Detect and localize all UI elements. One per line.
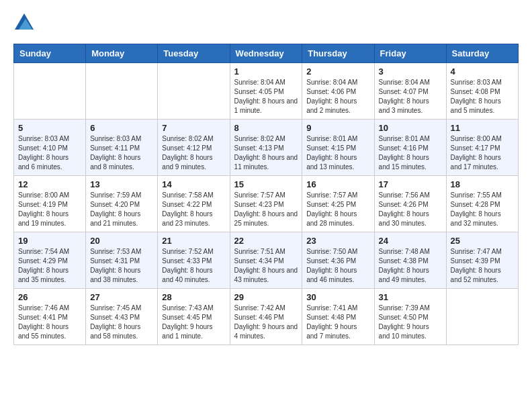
- calendar-week-row: 19Sunrise: 7:54 AM Sunset: 4:29 PM Dayli…: [14, 232, 519, 289]
- calendar-cell: 8Sunrise: 8:02 AM Sunset: 4:13 PM Daylig…: [230, 120, 302, 176]
- day-number: 29: [234, 292, 298, 302]
- day-number: 12: [18, 179, 81, 189]
- calendar-table: SundayMondayTuesdayWednesdayThursdayFrid…: [13, 44, 519, 345]
- day-number: 14: [162, 179, 225, 189]
- calendar-header-monday: Monday: [86, 44, 158, 63]
- logo-icon: [15, 13, 34, 30]
- calendar-week-row: 26Sunrise: 7:46 AM Sunset: 4:41 PM Dayli…: [14, 289, 519, 345]
- calendar-cell: 22Sunrise: 7:51 AM Sunset: 4:34 PM Dayli…: [230, 232, 302, 289]
- day-number: 5: [18, 123, 81, 133]
- day-number: 2: [306, 66, 369, 77]
- calendar-cell: 31Sunrise: 7:39 AM Sunset: 4:50 PM Dayli…: [374, 289, 446, 345]
- day-number: 15: [234, 179, 298, 189]
- day-info: Sunrise: 8:02 AM Sunset: 4:13 PM Dayligh…: [234, 134, 298, 172]
- day-info: Sunrise: 8:03 AM Sunset: 4:08 PM Dayligh…: [451, 78, 514, 116]
- day-info: Sunrise: 8:03 AM Sunset: 4:11 PM Dayligh…: [90, 134, 153, 172]
- day-info: Sunrise: 7:55 AM Sunset: 4:28 PM Dayligh…: [451, 191, 514, 228]
- calendar-cell: 24Sunrise: 7:48 AM Sunset: 4:38 PM Dayli…: [374, 232, 446, 289]
- day-number: 24: [379, 236, 442, 246]
- day-number: 3: [379, 66, 442, 77]
- calendar-header-wednesday: Wednesday: [230, 44, 302, 63]
- day-info: Sunrise: 7:53 AM Sunset: 4:31 PM Dayligh…: [90, 247, 153, 285]
- page-header: [13, 13, 519, 33]
- day-number: 31: [379, 292, 442, 302]
- day-info: Sunrise: 7:56 AM Sunset: 4:26 PM Dayligh…: [379, 191, 442, 228]
- day-number: 13: [90, 179, 153, 189]
- day-info: Sunrise: 7:59 AM Sunset: 4:20 PM Dayligh…: [90, 191, 153, 228]
- day-number: 17: [379, 179, 442, 189]
- calendar-week-row: 12Sunrise: 8:00 AM Sunset: 4:19 PM Dayli…: [14, 176, 519, 232]
- calendar-cell: 6Sunrise: 8:03 AM Sunset: 4:11 PM Daylig…: [86, 120, 158, 176]
- calendar-cell: 9Sunrise: 8:01 AM Sunset: 4:15 PM Daylig…: [302, 120, 374, 176]
- calendar-cell: 4Sunrise: 8:03 AM Sunset: 4:08 PM Daylig…: [446, 63, 518, 120]
- calendar-cell: 3Sunrise: 8:04 AM Sunset: 4:07 PM Daylig…: [374, 63, 446, 120]
- day-info: Sunrise: 8:00 AM Sunset: 4:19 PM Dayligh…: [18, 191, 81, 228]
- calendar-cell: 30Sunrise: 7:41 AM Sunset: 4:48 PM Dayli…: [302, 289, 374, 345]
- calendar-cell: 26Sunrise: 7:46 AM Sunset: 4:41 PM Dayli…: [14, 289, 86, 345]
- day-info: Sunrise: 8:03 AM Sunset: 4:10 PM Dayligh…: [18, 134, 81, 172]
- day-info: Sunrise: 7:51 AM Sunset: 4:34 PM Dayligh…: [234, 247, 298, 285]
- calendar-cell: [158, 63, 230, 120]
- calendar-cell: 27Sunrise: 7:45 AM Sunset: 4:43 PM Dayli…: [86, 289, 158, 345]
- calendar-cell: 20Sunrise: 7:53 AM Sunset: 4:31 PM Dayli…: [86, 232, 158, 289]
- calendar-cell: 15Sunrise: 7:57 AM Sunset: 4:23 PM Dayli…: [230, 176, 302, 232]
- day-number: 9: [306, 123, 369, 133]
- day-number: 26: [18, 292, 81, 302]
- day-info: Sunrise: 7:57 AM Sunset: 4:23 PM Dayligh…: [234, 191, 298, 228]
- calendar-cell: 11Sunrise: 8:00 AM Sunset: 4:17 PM Dayli…: [446, 120, 518, 176]
- day-info: Sunrise: 7:57 AM Sunset: 4:25 PM Dayligh…: [306, 191, 369, 228]
- day-number: 11: [451, 123, 514, 133]
- day-number: 20: [90, 236, 153, 246]
- calendar-header-row: SundayMondayTuesdayWednesdayThursdayFrid…: [14, 44, 519, 63]
- day-info: Sunrise: 7:52 AM Sunset: 4:33 PM Dayligh…: [162, 247, 225, 285]
- day-info: Sunrise: 7:54 AM Sunset: 4:29 PM Dayligh…: [18, 247, 81, 285]
- day-number: 23: [306, 236, 369, 246]
- day-info: Sunrise: 7:47 AM Sunset: 4:39 PM Dayligh…: [451, 247, 514, 285]
- day-info: Sunrise: 8:04 AM Sunset: 4:07 PM Dayligh…: [379, 78, 442, 116]
- calendar-header-saturday: Saturday: [446, 44, 518, 63]
- calendar-cell: 10Sunrise: 8:01 AM Sunset: 4:16 PM Dayli…: [374, 120, 446, 176]
- calendar-cell: 2Sunrise: 8:04 AM Sunset: 4:06 PM Daylig…: [302, 63, 374, 120]
- day-number: 25: [451, 236, 514, 246]
- calendar-cell: 28Sunrise: 7:43 AM Sunset: 4:45 PM Dayli…: [158, 289, 230, 345]
- calendar-cell: 21Sunrise: 7:52 AM Sunset: 4:33 PM Dayli…: [158, 232, 230, 289]
- day-number: 10: [379, 123, 442, 133]
- calendar-header-sunday: Sunday: [14, 44, 86, 63]
- day-info: Sunrise: 8:01 AM Sunset: 4:15 PM Dayligh…: [306, 134, 369, 172]
- day-info: Sunrise: 8:01 AM Sunset: 4:16 PM Dayligh…: [379, 134, 442, 172]
- calendar-header-thursday: Thursday: [302, 44, 374, 63]
- calendar-cell: 18Sunrise: 7:55 AM Sunset: 4:28 PM Dayli…: [446, 176, 518, 232]
- calendar-cell: [86, 63, 158, 120]
- day-info: Sunrise: 8:04 AM Sunset: 4:06 PM Dayligh…: [306, 78, 369, 116]
- day-info: Sunrise: 7:58 AM Sunset: 4:22 PM Dayligh…: [162, 191, 225, 228]
- calendar-cell: 13Sunrise: 7:59 AM Sunset: 4:20 PM Dayli…: [86, 176, 158, 232]
- calendar-cell: 16Sunrise: 7:57 AM Sunset: 4:25 PM Dayli…: [302, 176, 374, 232]
- day-info: Sunrise: 8:02 AM Sunset: 4:12 PM Dayligh…: [162, 134, 225, 172]
- day-info: Sunrise: 7:42 AM Sunset: 4:46 PM Dayligh…: [234, 304, 298, 341]
- day-number: 21: [162, 236, 225, 246]
- day-info: Sunrise: 8:00 AM Sunset: 4:17 PM Dayligh…: [451, 134, 514, 172]
- calendar-cell: 1Sunrise: 8:04 AM Sunset: 4:05 PM Daylig…: [230, 63, 302, 120]
- calendar-cell: 25Sunrise: 7:47 AM Sunset: 4:39 PM Dayli…: [446, 232, 518, 289]
- day-info: Sunrise: 8:04 AM Sunset: 4:05 PM Dayligh…: [234, 78, 298, 116]
- day-info: Sunrise: 7:41 AM Sunset: 4:48 PM Dayligh…: [306, 304, 369, 341]
- calendar-cell: 12Sunrise: 8:00 AM Sunset: 4:19 PM Dayli…: [14, 176, 86, 232]
- calendar-cell: [14, 63, 86, 120]
- day-info: Sunrise: 7:46 AM Sunset: 4:41 PM Dayligh…: [18, 304, 81, 341]
- calendar-week-row: 5Sunrise: 8:03 AM Sunset: 4:10 PM Daylig…: [14, 120, 519, 176]
- day-number: 30: [306, 292, 369, 302]
- calendar-cell: 23Sunrise: 7:50 AM Sunset: 4:36 PM Dayli…: [302, 232, 374, 289]
- calendar-cell: 5Sunrise: 8:03 AM Sunset: 4:10 PM Daylig…: [14, 120, 86, 176]
- calendar-cell: [446, 289, 518, 345]
- day-info: Sunrise: 7:43 AM Sunset: 4:45 PM Dayligh…: [162, 304, 225, 341]
- day-info: Sunrise: 7:45 AM Sunset: 4:43 PM Dayligh…: [90, 304, 153, 341]
- day-number: 6: [90, 123, 153, 133]
- calendar-cell: 19Sunrise: 7:54 AM Sunset: 4:29 PM Dayli…: [14, 232, 86, 289]
- day-info: Sunrise: 7:50 AM Sunset: 4:36 PM Dayligh…: [306, 247, 369, 285]
- day-number: 19: [18, 236, 81, 246]
- day-number: 18: [451, 179, 514, 189]
- day-info: Sunrise: 7:39 AM Sunset: 4:50 PM Dayligh…: [379, 304, 442, 341]
- logo: [13, 13, 34, 33]
- day-number: 7: [162, 123, 225, 133]
- day-number: 22: [234, 236, 298, 246]
